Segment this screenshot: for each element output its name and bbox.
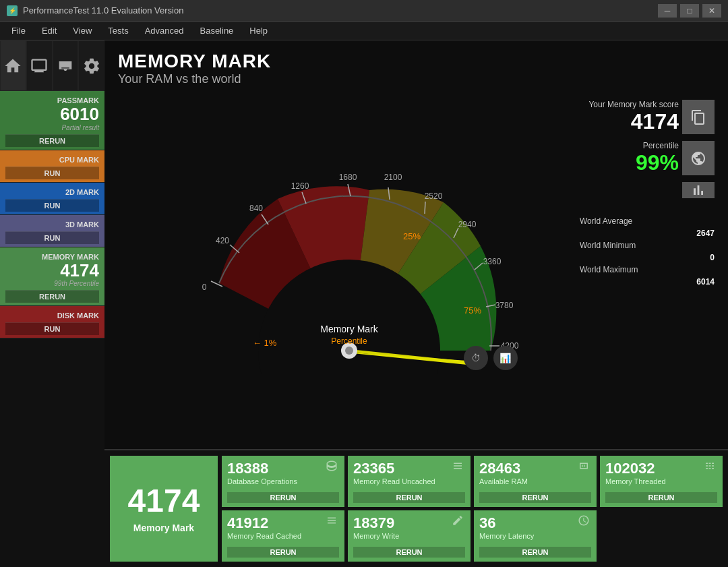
passmark-sub: Partial result — [5, 124, 99, 131]
sidebar-3dmark[interactable]: 3D MARK RUN — [0, 215, 104, 247]
score-chart-button[interactable] — [682, 182, 715, 198]
big-tile-label: Memory Mark — [133, 523, 194, 533]
minimize-button[interactable]: ─ — [658, 4, 677, 18]
gauge-chart-button[interactable]: 📊 — [493, 346, 518, 370]
svg-text:0: 0 — [202, 282, 206, 292]
svg-text:840: 840 — [249, 204, 262, 213]
sidebar-monitor-button[interactable] — [26, 40, 53, 91]
sidebar-home-button[interactable] — [0, 40, 26, 91]
svg-text:1260: 1260 — [291, 181, 309, 191]
diskmark-run-button[interactable]: RUN — [5, 322, 99, 335]
tile-available-ram-rerun[interactable]: RERUN — [479, 492, 591, 503]
svg-text:2520: 2520 — [424, 191, 442, 201]
tile-threaded-label: Memory Threaded — [605, 477, 717, 490]
maximize-button[interactable]: □ — [680, 4, 699, 18]
threedmark-title: 3D MARK — [5, 220, 99, 229]
sidebar-diskmark[interactable]: DISK MARK RUN — [0, 306, 104, 338]
gauge-container: 0 420 840 1260 — [118, 93, 580, 449]
menu-advanced[interactable]: Advanced — [137, 23, 192, 38]
sidebar-passmark[interactable]: PASSMARK 6010 Partial result RERUN — [0, 91, 104, 150]
world-max-value-row: 6014 — [580, 276, 715, 288]
tile-available-ram[interactable]: 28463 Available RAM RERUN — [474, 456, 597, 507]
tile-available-ram-label: Available RAM — [479, 477, 591, 490]
menu-tests[interactable]: Tests — [100, 23, 136, 38]
page-subtitle: Your RAM vs the world — [118, 72, 715, 86]
gauge-bottom-icons: ⏱ 📊 — [464, 342, 518, 374]
memory-read-icon — [450, 460, 465, 472]
tile-read-cached-label: Memory Read Cached — [227, 532, 339, 545]
tile-database-score: 18388 — [227, 460, 268, 477]
write-icon — [450, 514, 465, 527]
memory-mark-big-tile[interactable]: 4174 Memory Mark — [110, 456, 218, 562]
tile-mem-read-uncached[interactable]: 23365 Memory Read Uncached RERUN — [348, 456, 471, 507]
gauge-speedometer-button[interactable]: ⏱ — [464, 346, 488, 370]
cpumark-run-button[interactable]: RUN — [5, 167, 99, 179]
sidebar-2dmark[interactable]: 2D MARK RUN — [0, 183, 104, 215]
svg-text:2100: 2100 — [384, 173, 402, 182]
sidebar-pc-button[interactable] — [53, 40, 79, 91]
passmark-rerun-button[interactable]: RERUN — [5, 134, 99, 147]
sidebar-cpumark[interactable]: CPU MARK RUN — [0, 150, 104, 183]
svg-text:← 1%: ← 1% — [253, 338, 277, 348]
tile-mem-latency[interactable]: 36 Memory Latency RERUN — [474, 510, 597, 562]
svg-text:420: 420 — [215, 236, 229, 245]
big-tile-score: 4174 — [128, 485, 200, 517]
tile-threaded-rerun[interactable]: RERUN — [605, 492, 717, 503]
world-avg-value: 2647 — [696, 229, 715, 238]
tile-mem-threaded[interactable]: 102032 Memory Threaded RERUN — [600, 456, 723, 507]
score-label: Your Memory Mark score — [580, 100, 679, 109]
threedmark-run-button[interactable]: RUN — [5, 231, 99, 244]
tile-empty — [600, 510, 723, 562]
tile-write-rerun[interactable]: RERUN — [353, 547, 465, 558]
svg-line-14 — [425, 202, 425, 214]
world-max-label: World Maximum — [580, 265, 638, 274]
score-globe-button[interactable] — [682, 141, 715, 175]
tile-database-label: Database Operations — [227, 477, 339, 490]
memorymark-title: MEMORY MARK — [5, 253, 99, 261]
percentile-value: 99% — [580, 150, 679, 175]
twodmark-run-button[interactable]: RUN — [5, 199, 99, 212]
menu-file[interactable]: File — [3, 23, 34, 38]
world-max-row: World Maximum — [580, 264, 715, 276]
tile-read-uncached-label: Memory Read Uncached — [353, 477, 465, 490]
tile-read-uncached-rerun[interactable]: RERUN — [353, 492, 465, 503]
close-button[interactable]: ✕ — [702, 4, 721, 18]
menu-help[interactable]: Help — [241, 23, 276, 38]
svg-text:1680: 1680 — [338, 173, 357, 182]
svg-point-30 — [345, 347, 353, 355]
title-bar-left: ⚡ PerformanceTest 11.0 Evaluation Versio… — [7, 5, 183, 16]
bottom-panel: 4174 Memory Mark 18388 Database Operatio… — [104, 449, 728, 567]
tile-read-cached-score: 41912 — [227, 514, 268, 532]
tile-write-label: Memory Write — [353, 532, 465, 545]
diskmark-title: DISK MARK — [5, 311, 99, 320]
gauge-wrapper: 0 420 840 1260 — [174, 165, 524, 377]
tile-latency-label: Memory Latency — [479, 532, 591, 545]
sidebar-gear-button[interactable] — [78, 40, 104, 91]
memorymark-sub: 99th Percentile — [5, 280, 99, 287]
computer-icon — [56, 57, 75, 76]
world-min-row: World Minimum — [580, 239, 715, 251]
tile-database-ops[interactable]: 18388 Database Operations RERUN — [222, 456, 344, 507]
score-copy-button[interactable] — [682, 100, 715, 134]
tile-latency-rerun[interactable]: RERUN — [479, 547, 591, 558]
memorymark-rerun-button[interactable]: RERUN — [5, 290, 99, 303]
svg-text:Memory Mark: Memory Mark — [320, 324, 379, 334]
percentile-label: Percentile — [580, 141, 679, 150]
threaded-icon — [702, 460, 717, 472]
sidebar-memorymark[interactable]: MEMORY MARK 4174 99th Percentile RERUN — [0, 247, 104, 307]
tile-threaded-score: 102032 — [605, 460, 655, 477]
cached-read-icon — [324, 514, 339, 527]
main-content: MEMORY MARK Your RAM vs the world — [104, 40, 728, 567]
world-min-label: World Minimum — [580, 241, 636, 250]
tile-mem-read-cached[interactable]: 41912 Memory Read Cached RERUN — [222, 510, 344, 562]
menu-baseline[interactable]: Baseline — [191, 23, 241, 38]
tile-mem-write[interactable]: 18379 Memory Write RERUN — [348, 510, 471, 562]
tile-read-cached-rerun[interactable]: RERUN — [227, 547, 339, 558]
tile-database-rerun[interactable]: RERUN — [227, 492, 339, 503]
app-title: PerformanceTest 11.0 Evaluation Version — [23, 5, 183, 16]
app-body: PASSMARK 6010 Partial result RERUN CPU M… — [0, 40, 728, 567]
menu-edit[interactable]: Edit — [34, 23, 65, 38]
ram-icon — [576, 460, 591, 472]
latency-icon — [576, 514, 591, 527]
menu-view[interactable]: View — [65, 23, 100, 38]
